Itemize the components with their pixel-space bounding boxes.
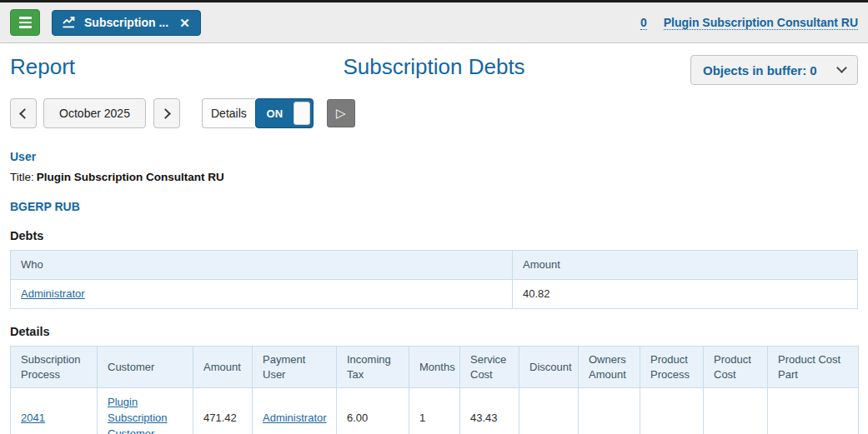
page-title: Report xyxy=(10,55,75,79)
toggle-on-label: ON xyxy=(256,107,294,120)
user-title-line: Title:Plugin Subscription Consultant RU xyxy=(10,171,858,183)
buffer-count-link[interactable]: 0 xyxy=(640,16,647,30)
toggle-knob xyxy=(294,102,310,125)
tab-subscription-report[interactable]: Subscription ... ✕ xyxy=(52,10,201,36)
objects-in-buffer-button[interactable]: Objects in buffer: 0 xyxy=(690,55,858,85)
chevron-down-icon xyxy=(836,62,847,73)
account-heading: BGERP RUB xyxy=(10,200,858,213)
trend-chart-icon xyxy=(63,17,77,28)
details-table: Subscription ProcessCustomerAmountPaymen… xyxy=(10,346,859,434)
debts-table-cell: Administrator xyxy=(11,279,513,309)
table-row: Administrator40.82 xyxy=(11,279,858,309)
details-toggle-switch[interactable]: ON xyxy=(255,98,314,128)
details-table-column-header: Customer xyxy=(98,347,193,388)
title-label: Title: xyxy=(10,171,34,183)
report-content: Report Subscription Debts Objects in buf… xyxy=(0,55,868,434)
chevron-left-icon xyxy=(19,108,30,119)
details-table-link[interactable]: Administrator xyxy=(263,412,327,424)
details-table-column-header: Service Cost xyxy=(460,347,519,388)
details-table-cell: 1 xyxy=(409,388,460,434)
details-table-cell xyxy=(579,388,640,434)
close-icon[interactable]: ✕ xyxy=(179,17,190,29)
details-table-cell xyxy=(768,388,859,434)
prev-period-button[interactable] xyxy=(10,98,37,128)
details-table-column-header: Incoming Tax xyxy=(337,347,409,388)
report-title: Subscription Debts xyxy=(343,55,524,79)
hamburger-icon xyxy=(19,17,32,28)
details-table-cell xyxy=(704,388,768,434)
period-button[interactable]: October 2025 xyxy=(43,98,146,128)
table-row: 2041Plugin Subscription Customer471.42Ad… xyxy=(11,388,859,434)
debts-heading: Debts xyxy=(10,229,858,242)
details-table-column-header: Amount xyxy=(193,347,253,388)
topbar-user-area: 0 Plugin Subscription Consultant RU xyxy=(640,16,858,30)
details-table-link[interactable]: 2041 xyxy=(21,412,45,424)
debts-table-cell: 40.82 xyxy=(513,279,858,309)
details-table-cell xyxy=(519,388,579,434)
details-table-cell: Plugin Subscription Customer xyxy=(98,388,193,434)
details-table-cell: Administrator xyxy=(253,388,337,434)
top-bar: Subscription ... ✕ 0 Plugin Subscription… xyxy=(0,0,868,43)
debts-table: WhoAmountAdministrator40.82 xyxy=(10,250,858,309)
details-toggle-group: Details ON xyxy=(202,98,314,128)
next-period-button[interactable] xyxy=(153,98,180,128)
details-table-cell xyxy=(640,388,704,434)
details-table-link[interactable]: Plugin Subscription Customer xyxy=(108,396,168,434)
buffer-button-label: Objects in buffer: 0 xyxy=(703,63,817,77)
user-section-heading: User xyxy=(10,150,858,163)
details-table-cell: 43.43 xyxy=(460,388,519,434)
details-heading: Details xyxy=(10,325,858,338)
details-table-column-header: Product Cost Part xyxy=(768,347,859,388)
details-table-cell: 471.42 xyxy=(193,388,253,434)
report-toolbar: October 2025 Details ON ▷ xyxy=(10,98,858,128)
debts-table-column-header: Who xyxy=(11,251,513,280)
play-icon: ▷ xyxy=(336,106,346,121)
debts-table-link[interactable]: Administrator xyxy=(21,287,85,300)
details-table-column-header: Payment User xyxy=(253,347,337,388)
details-table-column-header: Discount xyxy=(519,347,579,388)
details-table-column-header: Subscription Process xyxy=(11,347,98,388)
details-toggle-label: Details xyxy=(202,98,255,128)
menu-button[interactable] xyxy=(10,9,40,36)
tab-label: Subscription ... xyxy=(84,16,168,29)
details-table-cell: 2041 xyxy=(11,388,98,434)
title-value: Plugin Subscription Consultant RU xyxy=(37,171,224,183)
run-report-button[interactable]: ▷ xyxy=(327,99,355,127)
details-table-column-header: Owners Amount xyxy=(579,347,640,388)
current-user-link[interactable]: Plugin Subscription Consultant RU xyxy=(664,16,858,30)
debts-table-column-header: Amount xyxy=(513,251,858,280)
details-table-column-header: Product Process xyxy=(640,347,704,388)
details-table-column-header: Product Cost xyxy=(704,347,768,388)
details-table-cell: 6.00 xyxy=(337,388,409,434)
chevron-right-icon xyxy=(160,108,171,119)
title-row: Report Subscription Debts Objects in buf… xyxy=(10,55,858,90)
details-table-column-header: Months xyxy=(409,347,460,388)
